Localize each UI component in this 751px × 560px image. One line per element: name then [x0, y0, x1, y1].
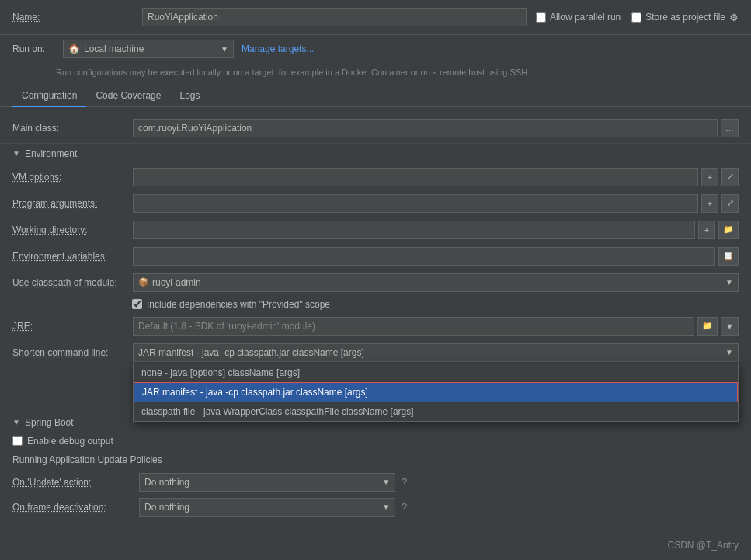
include-deps-checkbox[interactable]	[132, 299, 142, 309]
env-vars-copy-button[interactable]: 📋	[718, 247, 739, 266]
name-input[interactable]	[142, 8, 527, 26]
runon-label: Run on:	[12, 43, 55, 54]
vm-options-row: VM options: + ⤢	[0, 164, 751, 190]
allow-parallel-checkbox[interactable]	[536, 12, 546, 23]
environment-section: ▼ Environment VM options: + ⤢ Program ar…	[0, 143, 751, 270]
header-row: Name: Allow parallel run Store as projec…	[0, 0, 751, 35]
shorten-select-wrap: JAR manifest - java -cp classpath.jar cl…	[133, 343, 739, 362]
update-action-label: On 'Update' action:	[12, 477, 133, 488]
header-right: Allow parallel run Store as project file…	[536, 12, 739, 23]
shorten-value: JAR manifest - java -cp classpath.jar cl…	[138, 347, 364, 358]
classpath-select[interactable]: 📦 ruoyi-admin ▼	[133, 273, 739, 292]
working-dir-row: Working directory: + 📁	[0, 217, 751, 243]
environment-label: Environment	[25, 148, 77, 159]
working-dir-browse-button[interactable]: 📁	[718, 221, 739, 239]
shorten-dropdown-popup: none - java [options] className [args] J…	[133, 363, 739, 422]
shorten-option-jar[interactable]: JAR manifest - java -cp classpath.jar cl…	[134, 382, 738, 402]
vm-options-add-button[interactable]: +	[701, 168, 718, 186]
jre-label: JRE:	[12, 321, 133, 332]
store-project-gear-button[interactable]: ⚙	[729, 12, 739, 23]
env-vars-input-wrap: 📋	[133, 247, 739, 266]
runon-chevron-icon: ▼	[221, 45, 228, 54]
shorten-option-none[interactable]: none - java [options] className [args]	[134, 363, 738, 382]
vm-options-input[interactable]	[133, 168, 698, 186]
classpath-select-wrap: 📦 ruoyi-admin ▼	[133, 273, 739, 292]
vm-options-expand-button[interactable]: ⤢	[721, 168, 739, 186]
include-deps-label: Include dependencies with "Provided" sco…	[147, 299, 330, 310]
environment-arrow-icon[interactable]: ▼	[12, 149, 20, 158]
module-icon: 📦	[138, 277, 149, 287]
shorten-option-classpath[interactable]: classpath file - java WrapperClass class…	[134, 402, 738, 421]
spring-boot-arrow-icon[interactable]: ▼	[12, 418, 20, 426]
jre-browse-button[interactable]: 📁	[697, 317, 718, 336]
enable-debug-row: Enable debug output	[0, 433, 751, 450]
classpath-row: Use classpath of module: 📦 ruoyi-admin ▼	[0, 270, 751, 296]
policies-title: Running Application Update Policies	[12, 454, 739, 465]
hint-text: Run configurations may be executed local…	[0, 63, 751, 85]
jre-row: JRE: Default (1.8 - SDK of 'ruoyi-admin'…	[0, 313, 751, 339]
enable-debug-label: Enable debug output	[27, 436, 113, 447]
jre-value: Default (1.8 - SDK of 'ruoyi-admin' modu…	[133, 317, 694, 336]
runon-value: Local machine	[84, 43, 144, 54]
manage-targets-link[interactable]: Manage targets...	[242, 43, 314, 54]
store-project-label: Store as project file	[645, 12, 725, 23]
frame-deactivation-help-icon[interactable]: ?	[402, 501, 407, 513]
main-class-label: Main class:	[12, 123, 133, 134]
shorten-select[interactable]: JAR manifest - java -cp classpath.jar cl…	[133, 343, 739, 362]
program-args-add-button[interactable]: +	[701, 194, 718, 213]
enable-debug-checkbox[interactable]	[12, 436, 23, 446]
program-args-input[interactable]	[133, 194, 698, 213]
working-dir-input-wrap: + 📁	[133, 221, 739, 239]
policies-section: Running Application Update Policies On '…	[0, 450, 751, 524]
store-project-wrap: Store as project file ⚙	[631, 12, 739, 23]
allow-parallel-label: Allow parallel run	[550, 12, 621, 23]
content-area: Main class: … ▼ Environment VM options: …	[0, 107, 751, 561]
runon-row: Run on: 🏠 Local machine ▼ Manage targets…	[0, 35, 751, 63]
tabs-row: Configuration Code Coverage Logs	[0, 85, 751, 107]
env-vars-row: Environment variables: 📋	[0, 243, 751, 270]
tab-code-coverage[interactable]: Code Coverage	[86, 85, 170, 107]
tab-configuration[interactable]: Configuration	[12, 85, 86, 107]
tab-logs[interactable]: Logs	[170, 85, 209, 107]
store-project-checkbox[interactable]	[631, 12, 641, 23]
vm-options-label: VM options:	[12, 172, 133, 183]
shorten-row: Shorten command line: JAR manifest - jav…	[0, 339, 751, 366]
jre-input-wrap: Default (1.8 - SDK of 'ruoyi-admin' modu…	[133, 317, 739, 336]
classpath-label: Use classpath of module:	[12, 277, 133, 288]
frame-deactivation-select[interactable]: Do nothing ▼	[139, 498, 395, 517]
update-action-help-icon[interactable]: ?	[402, 476, 407, 488]
name-label: Name:	[12, 12, 133, 23]
include-deps-row: Include dependencies with "Provided" sco…	[0, 296, 751, 313]
shorten-label: Shorten command line:	[12, 347, 133, 358]
frame-deactivation-chevron-icon: ▼	[382, 503, 390, 511]
classpath-chevron-icon: ▼	[725, 278, 733, 287]
run-config-dialog: Name: Allow parallel run Store as projec…	[0, 0, 751, 560]
update-action-chevron-icon: ▼	[382, 478, 390, 486]
shorten-chevron-icon: ▼	[725, 348, 733, 357]
vm-options-input-wrap: + ⤢	[133, 168, 739, 186]
env-vars-input[interactable]	[133, 247, 715, 266]
main-class-row: Main class: …	[0, 115, 751, 141]
jre-chevron-button[interactable]: ▼	[721, 317, 739, 336]
allow-parallel-wrap: Allow parallel run	[536, 12, 621, 23]
main-class-browse-button[interactable]: …	[721, 119, 739, 137]
program-args-expand-button[interactable]: ⤢	[721, 194, 739, 213]
program-args-row: Program arguments: + ⤢	[0, 190, 751, 217]
working-dir-add-button[interactable]: +	[698, 221, 715, 239]
main-class-input-wrap: …	[133, 119, 739, 137]
update-action-row: On 'Update' action: Do nothing ▼ ?	[12, 470, 739, 495]
frame-deactivation-label: On frame deactivation:	[12, 502, 133, 513]
main-class-input[interactable]	[133, 119, 718, 137]
program-args-input-wrap: + ⤢	[133, 194, 739, 213]
classpath-value: ruoyi-admin	[152, 277, 201, 288]
update-action-select[interactable]: Do nothing ▼	[139, 473, 395, 492]
working-dir-input[interactable]	[133, 221, 695, 239]
env-vars-label: Environment variables:	[12, 251, 133, 262]
runon-select[interactable]: 🏠 Local machine ▼	[63, 40, 234, 58]
spring-boot-label: Spring Boot	[25, 417, 74, 428]
environment-header: ▼ Environment	[0, 144, 751, 164]
working-dir-label: Working directory:	[12, 224, 133, 235]
frame-deactivation-row: On frame deactivation: Do nothing ▼ ?	[12, 495, 739, 520]
update-action-value: Do nothing	[144, 477, 189, 488]
watermark: CSDN @T_Antry	[667, 540, 739, 551]
